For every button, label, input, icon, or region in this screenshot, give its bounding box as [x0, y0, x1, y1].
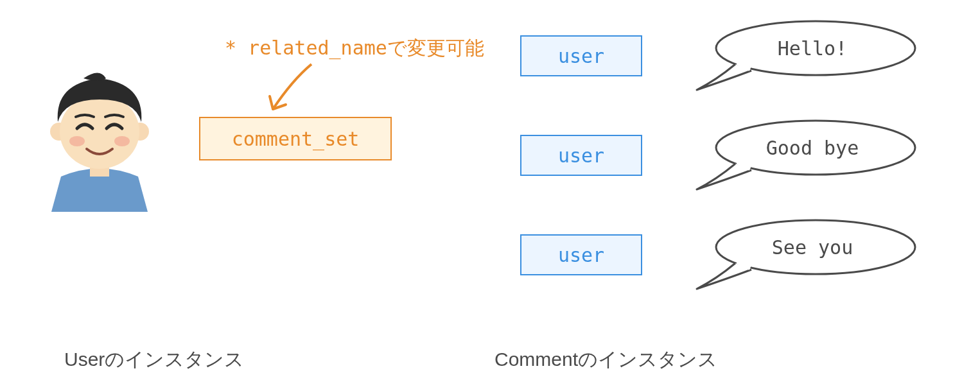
user-instance-caption: Userのインスタンス [64, 347, 244, 373]
user-field-label: user [558, 244, 604, 266]
user-field-box: user [520, 135, 642, 176]
comment-instance-caption: Commentのインスタンス [494, 347, 717, 373]
comment-set-label: comment_set [232, 128, 360, 150]
comment-instance-2: user Good bye [520, 119, 944, 193]
comment-set-field-box: comment_set [199, 117, 392, 160]
user-field-box: user [520, 35, 642, 76]
boy-avatar-illustration [39, 64, 161, 212]
user-field-label: user [558, 45, 604, 67]
related-name-note: * related_nameで変更可能 [225, 35, 484, 62]
comment-instance-1: user Hello! [520, 19, 944, 93]
arrow-icon [257, 61, 321, 119]
svg-point-4 [69, 136, 85, 146]
user-field-box: user [520, 234, 642, 275]
speech-bubble-icon: Good bye [681, 119, 918, 193]
speech-bubble-icon: Hello! [681, 19, 918, 93]
bubble-text: Good bye [713, 119, 912, 177]
speech-bubble-icon: See you [681, 218, 918, 292]
user-field-label: user [558, 144, 604, 167]
bubble-text: See you [713, 218, 912, 276]
svg-point-5 [114, 136, 130, 146]
comment-instance-3: user See you [520, 218, 944, 292]
bubble-text: Hello! [713, 19, 912, 77]
svg-point-3 [60, 94, 139, 169]
